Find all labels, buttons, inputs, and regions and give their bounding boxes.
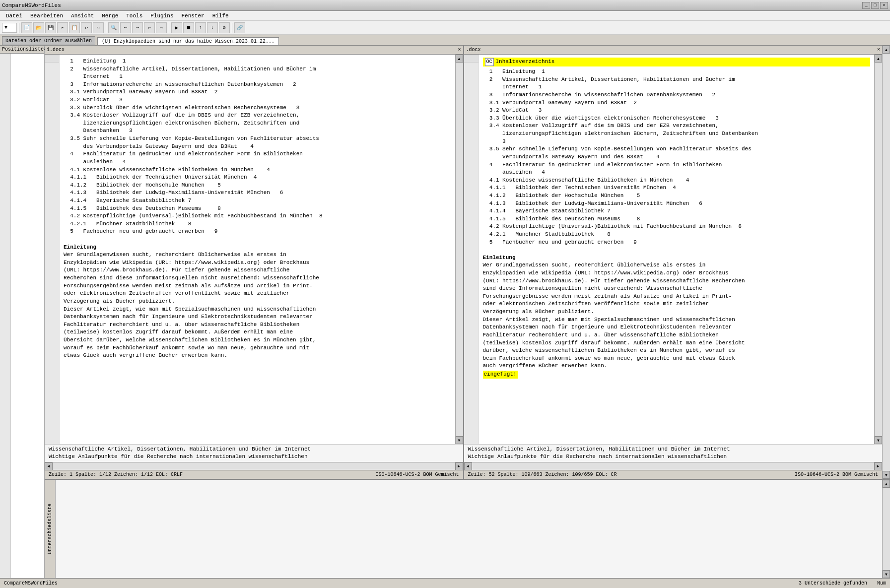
toolbar-btn-5[interactable]: 📋 — [69, 22, 80, 33]
toolbar-btn-14[interactable]: ⏹ — [183, 22, 194, 33]
scroll-down-btn[interactable]: ▼ — [456, 436, 463, 444]
left-preview-line2: Wichtige Anlaufpunkte für die Recherche … — [49, 453, 459, 460]
window-controls: _ □ × — [862, 2, 888, 9]
right-editor-title: .docx — [466, 47, 481, 53]
bottom-scrollbar[interactable]: ▲ ▼ — [882, 480, 890, 578]
scroll-up-btn[interactable]: ▲ — [456, 55, 463, 63]
toc-header-text: Inhaltsverzeichnis — [496, 58, 555, 66]
right-editor-titlebar: .docx × — [464, 46, 883, 55]
left-editor-panel: i.docx × 1 Einleitung 1 2 Wissenschaftli… — [45, 46, 464, 479]
left-preview-line1: Wissenschaftliche Artikel, Dissertatione… — [49, 446, 459, 453]
far-scroll-track[interactable] — [883, 54, 890, 471]
toolbar-btn-12[interactable]: ⇨ — [156, 22, 167, 33]
right-hscroll-left-btn[interactable]: ◄ — [464, 462, 472, 470]
bottom-scroll-track[interactable] — [883, 488, 890, 570]
right-hscrollbar[interactable]: ◄ ► — [464, 462, 883, 470]
left-toc-content: 1 Einleitung 1 2 Wissenschaftliche Artik… — [64, 58, 451, 360]
minimize-button[interactable]: _ — [862, 2, 870, 9]
toolbar-btn-8[interactable]: 🔍 — [108, 22, 119, 33]
right-editor-close[interactable]: × — [877, 47, 880, 53]
left-editor-titlebar: i.docx × — [45, 46, 463, 55]
toolbar-btn-1[interactable]: 📄 — [21, 22, 32, 33]
right-status-bar: Zeile: 52 Spalte: 109/663 Zeichen: 109/6… — [464, 470, 883, 479]
left-editor-gutter — [45, 55, 60, 444]
right-preview-line1: Wissenschaftliche Artikel, Dissertatione… — [468, 446, 879, 453]
right-editor-gutter — [464, 55, 479, 444]
menu-plugins[interactable]: Plugins — [146, 12, 177, 20]
hscroll-left-btn[interactable]: ◄ — [45, 462, 53, 470]
bottom-scroll-down-btn[interactable]: ▼ — [883, 570, 890, 578]
left-status-encoding: ISO-10646-UCS-2 BOM Gemischt — [375, 472, 459, 477]
open-files-button[interactable]: Dateien oder Ordner auswählen — [2, 36, 95, 45]
toolbar-separator-4 — [232, 23, 232, 33]
bottom-scroll-up-btn[interactable]: ▲ — [883, 480, 890, 488]
toolbar-btn-18[interactable]: 🔗 — [234, 22, 245, 33]
toolbar-btn-13[interactable]: ▶ — [171, 22, 182, 33]
right-ruler — [464, 55, 479, 63]
left-editor-close[interactable]: × — [458, 47, 461, 53]
toolbar-btn-4[interactable]: ✂ — [57, 22, 68, 33]
right-toc-content: 1 Einleitung 1 2 Wissenschaftliche Artik… — [483, 68, 871, 370]
right-hscroll-right-btn[interactable]: ► — [874, 462, 882, 470]
oc-badge: OC — [485, 58, 494, 66]
toolbar-btn-11[interactable]: ⇦ — [144, 22, 155, 33]
toolbar-separator-2 — [106, 23, 106, 33]
app-title: CompareMSWordFiles — [2, 2, 61, 8]
menu-hilfe[interactable]: Hilfe — [208, 12, 233, 20]
right-preview-line2: Wichtige Anlaufpunkte für die Recherche … — [468, 453, 879, 460]
left-scrollbar[interactable]: ▲ ▼ — [455, 55, 463, 444]
sidebar-tab-label: Positionsliste — [2, 47, 44, 52]
menu-bearbeiten[interactable]: Bearbeiten — [26, 12, 67, 20]
status-right-area: 3 Unterschiede gefunden Num — [799, 581, 886, 586]
menu-bar: Datei Bearbeiten Ansicht Merge Tools Plu… — [0, 11, 890, 21]
file-tab-bar: Dateien oder Ordner auswählen (U) Enzykl… — [0, 35, 890, 46]
bottom-panel: Unterschiedsliste ▲ ▼ — [45, 479, 890, 578]
main-status-bar: CompareMSWordFiles 3 Unterschiede gefund… — [0, 578, 890, 588]
menu-fenster[interactable]: Fenster — [178, 12, 208, 20]
bottom-content — [56, 480, 882, 578]
toolbar-btn-6[interactable]: ↩ — [81, 22, 92, 33]
sidebar-tab-header: Positionsliste × — [0, 46, 44, 54]
left-hscrollbar[interactable]: ◄ ► — [45, 462, 463, 470]
toolbar-btn-17[interactable]: ⚙ — [219, 22, 230, 33]
right-editor-content[interactable]: OC Inhaltsverzeichnis 1 Einleitung 1 2 W… — [479, 55, 875, 444]
toolbar-btn-7[interactable]: ↪ — [93, 22, 104, 33]
toolbar-btn-16[interactable]: ↓ — [207, 22, 218, 33]
left-ruler — [45, 55, 59, 63]
toolbar-btn-9[interactable]: ← — [120, 22, 131, 33]
status-mode: Num — [877, 581, 886, 586]
right-scroll-up-btn[interactable]: ▲ — [875, 55, 882, 63]
status-app-name: CompareMSWordFiles — [4, 581, 58, 586]
menu-merge[interactable]: Merge — [98, 12, 122, 20]
close-button[interactable]: × — [880, 2, 888, 9]
far-scroll-up-btn[interactable]: ▲ — [883, 46, 890, 54]
far-right-scrollbar[interactable]: ▲ ▼ — [882, 46, 890, 479]
toolbar-separator-3 — [169, 23, 169, 33]
scroll-track[interactable] — [456, 63, 463, 436]
right-status-lineinfo: Zeile: 52 Spalte: 109/663 Zeichen: 109/6… — [468, 472, 617, 477]
sidebar-content — [0, 54, 44, 578]
title-bar: CompareMSWordFiles _ □ × — [0, 0, 890, 11]
toc-header-bar: OC Inhaltsverzeichnis — [483, 58, 871, 66]
unterschiede-label: Unterschiedsliste — [47, 504, 53, 554]
right-status-encoding: ISO-10646-UCS-2 BOM Gemischt — [795, 472, 878, 477]
menu-ansicht[interactable]: Ansicht — [67, 12, 98, 20]
sidebar-ruler — [0, 54, 11, 578]
right-scroll-down-btn[interactable]: ▼ — [875, 436, 882, 444]
status-diff-count: 3 Unterschiede gefunden — [799, 581, 867, 586]
file-tab-1[interactable]: (U) Enzyklopaedien sind nur das halbe Wi… — [97, 37, 279, 45]
right-scroll-track[interactable] — [875, 63, 882, 436]
menu-datei[interactable]: Datei — [2, 12, 26, 20]
toolbar-btn-15[interactable]: ↑ — [195, 22, 206, 33]
left-editor-content[interactable]: 1 Einleitung 1 2 Wissenschaftliche Artik… — [60, 55, 455, 444]
toolbar-btn-2[interactable]: 📂 — [33, 22, 44, 33]
menu-tools[interactable]: Tools — [122, 12, 146, 20]
left-status-bar: Zeile: 1 Spalte: 1/12 Zeichen: 1/12 EOL:… — [45, 470, 463, 479]
toolbar-btn-3[interactable]: 💾 — [45, 22, 56, 33]
hscroll-right-btn[interactable]: ► — [455, 462, 463, 470]
far-scroll-down-btn[interactable]: ▼ — [883, 471, 890, 479]
maximize-button[interactable]: □ — [871, 2, 879, 9]
right-scrollbar[interactable]: ▲ ▼ — [874, 55, 882, 444]
toolbar-dropdown-left[interactable]: ▼ — [2, 23, 17, 33]
toolbar-btn-10[interactable]: → — [132, 22, 143, 33]
